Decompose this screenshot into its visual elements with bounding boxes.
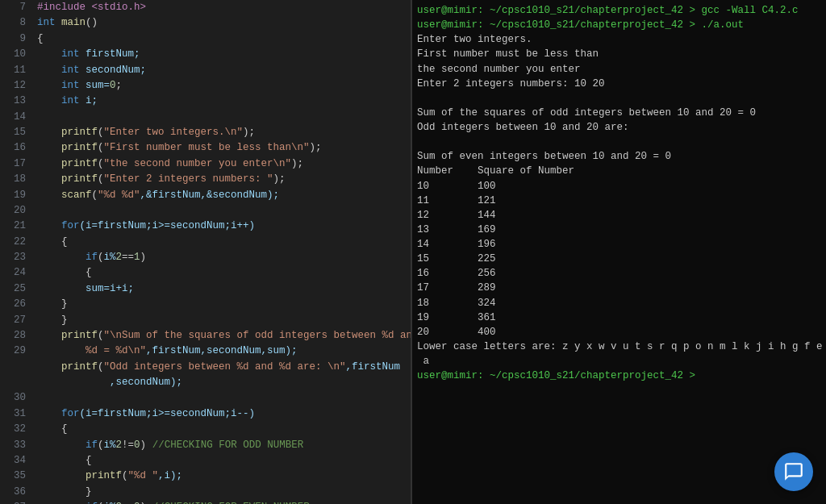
code-line: printf("Enter 2 integers numbers: ");	[37, 172, 411, 187]
code-area[interactable]: #include <stdio.h> int main() { int firs…	[31, 0, 411, 504]
line-numbers: 7 8 9 10 11 12 13 14 15 16 17 18 19 20 2…	[0, 0, 31, 504]
code-line	[37, 110, 411, 125]
code-line: sum=i+i;	[37, 281, 411, 297]
code-line: {	[37, 31, 411, 47]
terminal-line: 10 100	[417, 179, 821, 194]
code-line: if(i%2==1)	[37, 250, 411, 265]
code-line: {	[37, 422, 411, 437]
code-line: printf("Enter two integers.\n");	[37, 125, 411, 140]
code-line: int i;	[37, 94, 411, 109]
code-line: if(i%2==0) //CHECKING FOR EVEN NUMBER	[37, 500, 411, 504]
code-line: for(i=firstNum;i>=secondNum;i--)	[37, 406, 411, 422]
terminal-line: 12 144	[417, 208, 821, 223]
code-line: int firstNum;	[37, 47, 411, 62]
code-line: printf("%d ",i);	[37, 469, 411, 484]
code-line: }	[37, 485, 411, 500]
terminal-line: the second number you enter	[417, 62, 821, 77]
editor-pane: 7 8 9 10 11 12 13 14 15 16 17 18 19 20 2…	[0, 0, 411, 504]
terminal-line: Lower case letters are: z y x w v u t s …	[417, 339, 821, 354]
terminal-line: Sum of even integers between 10 and 20 =…	[417, 149, 821, 164]
code-line: for(i=firstNum;i>=secondNum;i++)	[37, 219, 411, 234]
code-line: scanf("%d %d",&firstNum,&secondNum);	[37, 188, 411, 203]
terminal-line: 20 400	[417, 325, 821, 339]
code-line: {	[37, 235, 411, 250]
code-line: printf("\nSum of the squares of odd inte…	[37, 328, 411, 344]
code-line: %d = %d\n",firstNum,secondNum,sum);	[37, 344, 411, 359]
terminal-line: First number must be less than	[417, 47, 821, 61]
code-line: }	[37, 297, 411, 312]
code-line: {	[37, 453, 411, 469]
code-line	[37, 390, 411, 406]
chat-bubble-button[interactable]	[774, 452, 813, 491]
terminal-line: 16 256	[417, 266, 821, 281]
terminal-line: a	[417, 354, 821, 369]
code-line: #include <stdio.h>	[37, 0, 411, 15]
terminal-line: 14 196	[417, 237, 821, 252]
terminal-line: 17 289	[417, 281, 821, 295]
code-line: int main()	[37, 15, 411, 31]
terminal-line: Sum of the squares of odd integers betwe…	[417, 106, 821, 120]
code-line: int sum=0;	[37, 78, 411, 94]
terminal-line: user@mimir: ~/cpsc1010_s21/chapterprojec…	[417, 18, 821, 32]
terminal-line: Number Square of Number	[417, 164, 821, 178]
code-line: int secondNum;	[37, 63, 411, 78]
terminal-line: Enter 2 integers numbers: 10 20	[417, 77, 821, 91]
terminal-line	[417, 135, 821, 149]
code-line: }	[37, 313, 411, 328]
terminal-line: user@mimir: ~/cpsc1010_s21/chapterprojec…	[417, 3, 821, 18]
code-line: ,secondNum);	[37, 375, 411, 390]
terminal-line: Odd integers between 10 and 20 are:	[417, 120, 821, 135]
terminal-line: Enter two integers.	[417, 32, 821, 47]
chat-icon	[783, 461, 804, 482]
terminal-line: 13 169	[417, 223, 821, 237]
terminal-prompt: user@mimir: ~/cpsc1010_s21/chapterprojec…	[417, 369, 821, 383]
code-line	[37, 203, 411, 219]
terminal-line: 19 361	[417, 310, 821, 325]
terminal-line: 11 121	[417, 194, 821, 208]
terminal-line: 18 324	[417, 296, 821, 310]
terminal-pane[interactable]: user@mimir: ~/cpsc1010_s21/chapterprojec…	[412, 0, 826, 504]
code-line: printf("First number must be less than\n…	[37, 140, 411, 156]
terminal-line: 15 225	[417, 252, 821, 266]
code-line: {	[37, 265, 411, 281]
code-line: printf("the second number you enter\n");	[37, 156, 411, 172]
terminal-line	[417, 91, 821, 106]
code-line: if(i%2!=0) //CHECKING FOR ODD NUMBER	[37, 438, 411, 453]
code-line: printf("Odd integers between %d and %d a…	[37, 360, 411, 375]
